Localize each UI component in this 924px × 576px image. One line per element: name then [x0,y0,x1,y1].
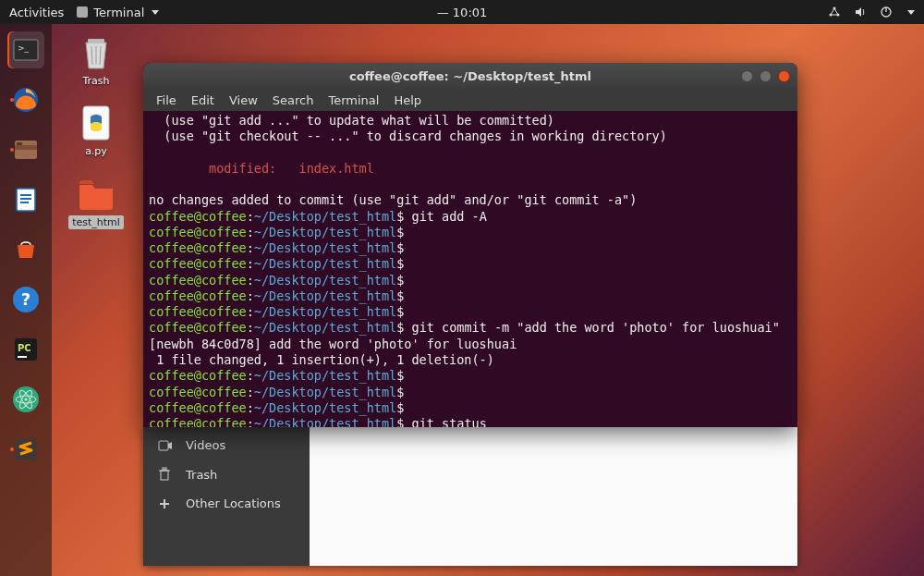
terminal-title: coffee@coffee: ~/Desktop/test_html [349,69,591,83]
menu-search[interactable]: Search [267,92,320,109]
svg-rect-35 [163,468,166,470]
terminal-body[interactable]: (use "git add ..." to update what will b… [143,111,797,427]
window-maximize-button[interactable] [760,70,772,82]
dock-pycharm[interactable]: PC [7,331,44,368]
svg-rect-20 [18,356,27,358]
desktop-folder-testhtml[interactable]: test_html [68,174,124,229]
dock-software-center[interactable] [7,231,44,268]
volume-icon[interactable] [854,6,867,18]
sidebar-item-label: Trash [186,468,217,482]
svg-rect-9 [15,145,37,150]
desktop-icons: Trash a.py test_html [70,33,122,229]
sidebar-item-label: Other Locations [186,496,281,510]
appmenu[interactable]: Terminal [77,6,159,19]
dock-files[interactable] [7,131,44,168]
plus-icon [158,497,173,510]
window-minimize-button[interactable] [741,70,753,82]
desktop-trash[interactable]: Trash [77,33,116,87]
dock: >_ ? PC [0,24,52,576]
python-file-icon [77,104,116,142]
power-icon[interactable] [880,6,893,18]
dock-terminal[interactable]: >_ [7,31,44,68]
files-window: Videos Trash Other Locations [143,427,797,566]
sidebar-item-videos[interactable]: Videos [143,431,310,460]
dock-sublime[interactable] [7,431,44,468]
files-sidebar: Videos Trash Other Locations [143,427,310,566]
desktop-apy-label: a.py [85,145,107,157]
svg-rect-10 [17,142,22,145]
dock-atom[interactable] [7,381,44,418]
menu-file[interactable]: File [151,92,182,109]
sidebar-item-trash[interactable]: Trash [143,460,310,489]
svg-rect-27 [88,39,104,43]
desktop-folder-label: test_html [68,215,124,229]
sidebar-item-label: Videos [186,438,225,452]
sidebar-item-other-locations[interactable]: Other Locations [143,489,310,518]
svg-text:PC: PC [18,343,31,353]
trash-icon [158,467,173,482]
terminal-app-icon [77,6,88,18]
chevron-down-icon [152,10,159,15]
dock-libreoffice-writer[interactable] [7,181,44,218]
menu-view[interactable]: View [224,92,263,109]
clock[interactable]: — 10:01 [437,6,488,19]
terminal-titlebar[interactable]: coffee@coffee: ~/Desktop/test_html [143,63,797,89]
files-content-area[interactable] [310,427,797,566]
trash-icon [77,33,116,72]
svg-text:>_: >_ [18,43,30,53]
menu-terminal[interactable]: Terminal [322,92,384,109]
appmenu-label: Terminal [93,6,144,19]
system-menu-chevron-icon[interactable] [907,10,915,15]
svg-point-25 [25,398,28,401]
desktop-apy-file[interactable]: a.py [77,104,116,157]
terminal-window: coffee@coffee: ~/Desktop/test_html File … [143,63,797,427]
videos-icon [158,439,173,452]
network-icon[interactable] [828,6,841,18]
svg-rect-32 [159,441,168,450]
window-close-button[interactable] [778,70,790,82]
dock-firefox[interactable] [7,81,44,118]
terminal-menubar: File Edit View Search Terminal Help [143,89,797,111]
menu-help[interactable]: Help [388,92,427,109]
svg-text:?: ? [21,289,30,309]
menu-edit[interactable]: Edit [186,92,220,109]
folder-icon [77,174,116,213]
dock-help[interactable]: ? [7,281,44,318]
desktop-trash-label: Trash [82,75,109,87]
activities-button[interactable]: Activities [9,6,64,19]
gnome-topbar: Activities Terminal — 10:01 [0,0,924,24]
svg-rect-33 [161,471,168,480]
